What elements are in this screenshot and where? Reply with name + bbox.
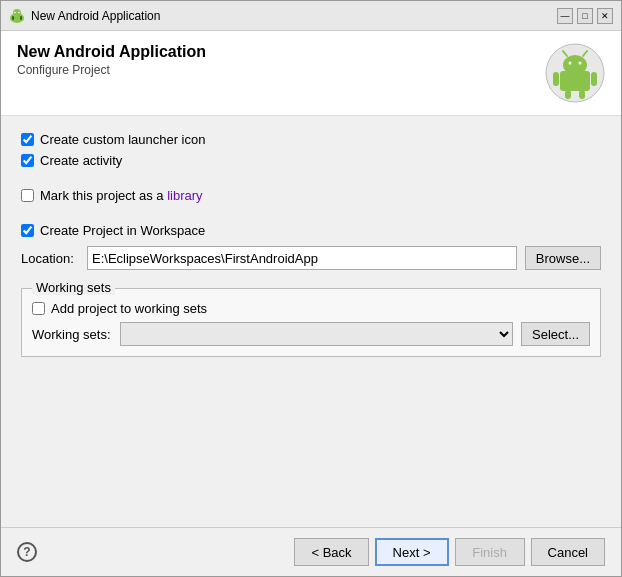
help-button[interactable]: ? xyxy=(17,542,37,562)
working-sets-label: Working sets: xyxy=(32,327,112,342)
create-activity-label: Create activity xyxy=(40,153,122,168)
location-input[interactable] xyxy=(87,246,517,270)
header-area: New Android Application Configure Projec… xyxy=(1,31,621,116)
title-bar-left: New Android Application xyxy=(9,8,160,24)
window-icon xyxy=(9,8,25,24)
create-workspace-checkbox[interactable] xyxy=(21,224,34,237)
svg-point-9 xyxy=(569,62,572,65)
content-area: Create custom launcher icon Create activ… xyxy=(1,116,621,527)
launcher-icon-checkbox[interactable] xyxy=(21,133,34,146)
mark-library-checkbox[interactable] xyxy=(21,189,34,202)
working-sets-dropdown[interactable] xyxy=(120,322,513,346)
finish-button[interactable]: Finish xyxy=(455,538,525,566)
svg-rect-3 xyxy=(20,16,22,20)
library-link[interactable]: library xyxy=(167,188,202,203)
working-sets-select-row: Working sets: Select... xyxy=(32,322,590,346)
svg-rect-16 xyxy=(579,90,585,99)
maximize-button[interactable]: □ xyxy=(577,8,593,24)
location-label: Location: xyxy=(21,251,79,266)
add-working-sets-checkbox[interactable] xyxy=(32,302,45,315)
mark-library-row: Mark this project as a library xyxy=(21,188,601,203)
footer-buttons: < Back Next > Finish Cancel xyxy=(294,538,605,566)
android-logo xyxy=(545,43,605,103)
svg-point-4 xyxy=(14,11,16,13)
svg-point-5 xyxy=(18,11,20,13)
location-row: Location: Browse... xyxy=(21,246,601,270)
select-button[interactable]: Select... xyxy=(521,322,590,346)
title-bar-text: New Android Application xyxy=(31,9,160,23)
create-activity-checkbox[interactable] xyxy=(21,154,34,167)
next-button[interactable]: Next > xyxy=(375,538,449,566)
svg-rect-14 xyxy=(591,72,597,86)
svg-rect-15 xyxy=(565,90,571,99)
create-activity-row: Create activity xyxy=(21,153,601,168)
back-button[interactable]: < Back xyxy=(294,538,368,566)
working-sets-group: Working sets Add project to working sets… xyxy=(21,288,601,357)
add-working-sets-row: Add project to working sets xyxy=(32,301,590,316)
footer-left: ? xyxy=(17,542,37,562)
minimize-button[interactable]: — xyxy=(557,8,573,24)
launcher-icon-row: Create custom launcher icon xyxy=(21,132,601,147)
create-workspace-row: Create Project in Workspace xyxy=(21,223,601,238)
svg-rect-2 xyxy=(12,16,14,20)
main-window: New Android Application — □ ✕ New Androi… xyxy=(0,0,622,577)
create-workspace-label: Create Project in Workspace xyxy=(40,223,205,238)
svg-rect-13 xyxy=(553,72,559,86)
launcher-icon-label: Create custom launcher icon xyxy=(40,132,205,147)
svg-point-10 xyxy=(579,62,582,65)
svg-point-8 xyxy=(563,55,587,75)
working-sets-legend: Working sets xyxy=(32,280,115,295)
svg-point-1 xyxy=(13,9,21,17)
title-bar-controls: — □ ✕ xyxy=(557,8,613,24)
mark-library-label: Mark this project as a library xyxy=(40,188,203,203)
footer: ? < Back Next > Finish Cancel xyxy=(1,527,621,576)
title-bar: New Android Application — □ ✕ xyxy=(1,1,621,31)
header-title: New Android Application xyxy=(17,43,206,61)
header-text: New Android Application Configure Projec… xyxy=(17,43,206,77)
close-button[interactable]: ✕ xyxy=(597,8,613,24)
header-subtitle: Configure Project xyxy=(17,63,206,77)
browse-button[interactable]: Browse... xyxy=(525,246,601,270)
cancel-button[interactable]: Cancel xyxy=(531,538,605,566)
add-working-sets-label: Add project to working sets xyxy=(51,301,207,316)
